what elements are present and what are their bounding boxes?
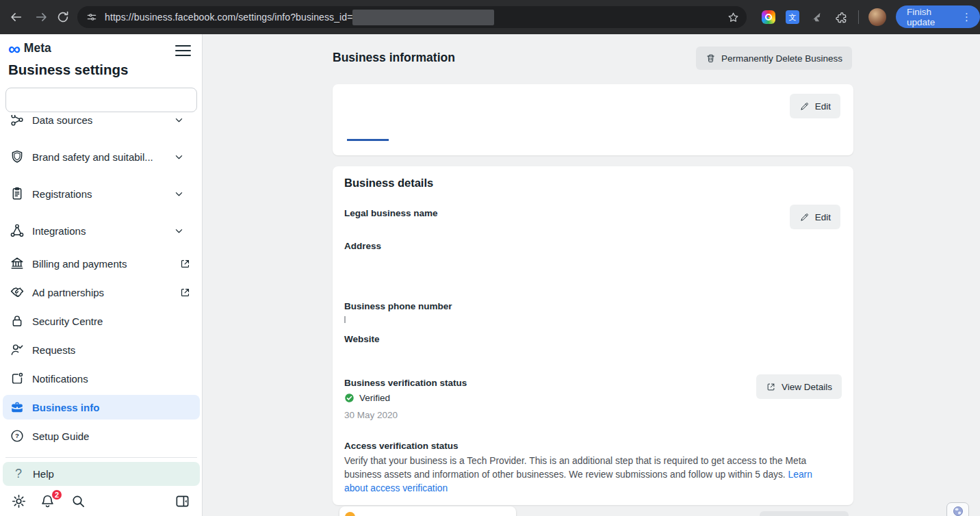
bookmark-star-icon[interactable]: [727, 11, 740, 24]
sidebar-divider: [5, 457, 197, 458]
sidebar-item-business-info[interactable]: Business info: [3, 395, 200, 420]
collapse-sidebar-icon[interactable]: [175, 493, 190, 509]
forward-icon[interactable]: [34, 10, 49, 25]
extensions-puzzle-icon[interactable]: [834, 10, 849, 25]
sidebar-item-registrations[interactable]: Registrations: [3, 181, 200, 206]
edit-details-button[interactable]: Edit: [790, 205, 840, 229]
business-details-card: Business details Edit Legal business nam…: [333, 166, 853, 505]
redacted-business-name-link: [347, 139, 389, 141]
verification-status-value: Verified: [359, 393, 390, 403]
access-verification-description: Verify that your business is a Tech Prov…: [344, 454, 825, 495]
business-profile-card: Edit: [333, 84, 853, 155]
help-button[interactable]: ? Help: [3, 462, 200, 486]
person-check-icon: [10, 342, 25, 357]
edit-profile-button[interactable]: Edit: [790, 94, 840, 118]
sidebar-item-billing[interactable]: Billing and payments: [3, 251, 200, 276]
lock-icon: [10, 313, 25, 328]
website-label: Website: [344, 334, 380, 344]
verification-status-row: Verified: [344, 393, 390, 403]
chevron-down-icon: [174, 152, 184, 162]
screen: https://business.facebook.com/settings/i…: [0, 0, 980, 516]
question-circle-icon: ?: [10, 428, 25, 443]
bank-icon: [10, 256, 25, 271]
sidebar-item-security-centre[interactable]: Security Centre: [3, 309, 200, 333]
help-question-icon: ?: [15, 467, 22, 481]
external-link-icon: [766, 382, 776, 392]
permanently-delete-business-button[interactable]: Permanently Delete Business: [696, 47, 852, 70]
profile-avatar[interactable]: [868, 8, 886, 26]
external-link-icon: [179, 258, 191, 270]
settings-gear-icon[interactable]: [11, 493, 27, 509]
translate-extension-icon[interactable]: 文: [786, 10, 799, 24]
meta-wordmark: Meta: [24, 41, 51, 55]
finish-update-button[interactable]: Finish update ⋮: [896, 5, 980, 28]
reload-icon[interactable]: [55, 10, 70, 25]
cursor-extension-icon[interactable]: [809, 10, 824, 25]
business-phone-label: Business phone number: [344, 301, 452, 311]
meta-logo-icon: ∞: [8, 42, 21, 55]
extensions-row: 文: [761, 0, 886, 34]
app-area: ∞ Meta Business settings Data sources Br…: [0, 34, 980, 516]
page-title: Business information: [333, 51, 455, 65]
verification-date: 30 May 2020: [344, 410, 398, 420]
trash-icon: [706, 53, 716, 64]
sidebar-item-requests[interactable]: Requests: [3, 337, 200, 362]
language-globe-button[interactable]: [946, 502, 969, 516]
business-verification-status-label: Business verification status: [344, 378, 467, 388]
warning-status-icon: [345, 512, 355, 516]
url-text: https://business.facebook.com/settings/i…: [105, 12, 352, 23]
notification-square-icon: [10, 371, 25, 386]
chevron-down-icon: [174, 189, 184, 199]
hamburger-menu-icon[interactable]: [175, 45, 191, 56]
pencil-icon: [799, 212, 810, 222]
sidebar: ∞ Meta Business settings Data sources Br…: [0, 34, 203, 516]
handshake-icon: [10, 285, 25, 300]
svg-text:?: ?: [15, 432, 19, 439]
finish-update-label: Finish update: [907, 7, 955, 27]
sidebar-title: Business settings: [8, 62, 128, 78]
sidebar-header: ∞ Meta Business settings: [0, 34, 202, 115]
browser-toolbar: https://business.facebook.com/settings/i…: [0, 0, 980, 34]
main-content: Business information Permanently Delete …: [203, 34, 980, 516]
globe-icon: [952, 505, 964, 516]
search-icon[interactable]: [70, 493, 86, 509]
external-link-icon: [179, 287, 191, 298]
pencil-icon: [799, 101, 810, 112]
sidebar-item-notifications[interactable]: Notifications: [3, 366, 200, 391]
briefcase-icon: [10, 400, 25, 415]
meta-logo: ∞ Meta: [8, 41, 51, 55]
legal-business-name-label: Legal business name: [344, 208, 438, 218]
site-settings-icon[interactable]: [86, 11, 98, 23]
screenshot-extension-icon[interactable]: [761, 10, 776, 25]
back-icon[interactable]: [8, 10, 23, 25]
address-label: Address: [344, 241, 381, 251]
redacted-phone-mark: [344, 316, 346, 323]
sidebar-search-input[interactable]: [5, 88, 197, 112]
toolbar-separator: [858, 10, 859, 24]
access-status-card: [339, 506, 516, 516]
sidebar-item-integrations[interactable]: Integrations: [3, 218, 200, 243]
integrations-icon: [10, 223, 25, 238]
notification-badge: 2: [51, 489, 63, 501]
business-details-heading: Business details: [344, 177, 433, 190]
chevron-down-icon: [174, 226, 184, 236]
sidebar-item-setup-guide[interactable]: ? Setup Guide: [3, 424, 200, 448]
chevron-down-icon: [174, 115, 184, 125]
verified-check-icon: [344, 393, 354, 403]
browser-menu-icon[interactable]: ⋮: [962, 12, 972, 22]
access-verification-status-label: Access verification status: [344, 441, 459, 451]
clipboard-icon: [10, 186, 25, 201]
address-bar[interactable]: https://business.facebook.com/settings/i…: [77, 6, 747, 28]
shield-icon: [10, 149, 25, 164]
access-action-button[interactable]: [760, 511, 849, 516]
sidebar-item-brand-safety[interactable]: Brand safety and suitabil...: [3, 144, 200, 169]
sidebar-item-ad-partnerships[interactable]: Ad partnerships: [3, 280, 200, 305]
redacted-business-id: [352, 10, 494, 25]
view-details-button[interactable]: View Details: [756, 374, 842, 399]
